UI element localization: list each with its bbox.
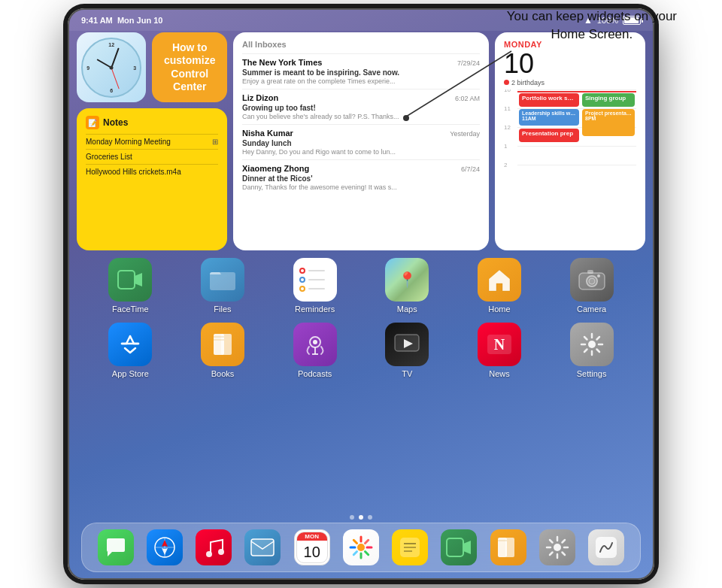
status-time: 9:41 AM Mon Jun 10	[81, 16, 162, 25]
svg-line-39	[353, 552, 356, 555]
app-home[interactable]: Home	[469, 258, 529, 314]
notes-item-1[interactable]: Monday Morning Meeting ⊞	[86, 134, 218, 149]
battery-percent: 100%	[597, 16, 618, 25]
notes-item-2[interactable]: Groceries List	[86, 149, 218, 164]
app-podcasts-label: Podcasts	[298, 369, 332, 378]
app-reminders-icon	[293, 258, 337, 302]
cal-event-2[interactable]: Singing group	[582, 93, 635, 107]
app-files[interactable]: Files	[193, 258, 253, 314]
app-files-icon	[201, 258, 244, 302]
dock-notes[interactable]	[392, 529, 428, 565]
notes-item-text-2: Groceries List	[86, 153, 132, 161]
widgets-area: 12 3 6 9 How to customize Control Center	[77, 32, 645, 250]
mail-item-3[interactable]: Nisha Kumar Yesterday Sunday lunch Hey D…	[242, 124, 480, 159]
app-appstore-label: App Store	[112, 369, 149, 378]
dock-settings-dock[interactable]	[539, 529, 575, 565]
battery-icon	[623, 16, 641, 25]
cal-date-number: 10	[504, 50, 636, 77]
clock-center-dot	[110, 65, 114, 69]
app-files-label: Files	[214, 305, 231, 314]
dock-safari[interactable]	[147, 529, 183, 565]
svg-rect-44	[447, 538, 463, 556]
notes-item-text-1: Monday Morning Meeting	[86, 138, 171, 146]
dock-music[interactable]	[196, 529, 232, 565]
mail-preview-4: Danny, Thanks for the awesome evening! I…	[242, 183, 480, 191]
app-settings-label: Settings	[577, 369, 607, 378]
dock-freeform[interactable]	[588, 529, 624, 565]
svg-point-15	[313, 340, 317, 344]
app-books-label: Books	[211, 369, 235, 378]
calendar-widget[interactable]: MONDAY 10 2 birthdays 10 11 12 1 2	[495, 32, 645, 250]
app-facetime[interactable]: FaceTime	[100, 258, 160, 314]
mail-sender-3: Nisha Kumar	[242, 129, 293, 138]
dock-photos[interactable]	[343, 529, 379, 565]
page-dot-3[interactable]	[368, 515, 372, 520]
customize-widget-text: How to customize Control Center	[159, 41, 220, 94]
dock-facetime-dock[interactable]	[441, 529, 477, 565]
notes-icon: 📝	[86, 116, 99, 129]
clock-face: 12 3 6 9	[81, 38, 141, 98]
dock: MON 10	[81, 523, 641, 572]
app-reminders-label: Reminders	[295, 305, 335, 314]
app-podcasts[interactable]: Podcasts	[285, 323, 345, 378]
mail-sender-2: Liz Dizon	[242, 93, 278, 102]
cal-event-3[interactable]: Leadership skills wo...11AM	[519, 109, 579, 126]
svg-line-37	[365, 552, 368, 555]
mail-item-4[interactable]: Xiaomeng Zhong 6/7/24 Dinner at the Rico…	[242, 159, 480, 195]
app-appstore[interactable]: App Store	[100, 323, 160, 378]
svg-rect-30	[251, 539, 274, 556]
notes-header: 📝 Notes	[86, 116, 218, 129]
dock-books-dock[interactable]	[490, 529, 526, 565]
cal-event-1[interactable]: Portfolio work session	[519, 93, 579, 107]
dock-mail[interactable]	[244, 529, 281, 565]
app-maps-icon: 📍	[385, 258, 429, 302]
clock-num-3: 3	[133, 65, 136, 70]
maps-pin: 📍	[398, 271, 417, 289]
clock-num-6: 6	[110, 88, 113, 93]
cal-event-4[interactable]: Project presentations8PM	[582, 109, 635, 136]
notes-item-3[interactable]: Hollywood Hills crickets.m4a	[86, 164, 218, 179]
dock-calendar[interactable]: MON 10	[294, 529, 330, 565]
mail-date-1: 7/29/24	[457, 59, 480, 67]
cal-birthdays: 2 birthdays	[504, 79, 636, 86]
mail-date-4: 6/7/24	[461, 165, 480, 173]
mail-preview-3: Hey Danny, Do you and Rigo want to come …	[242, 148, 480, 156]
clock-hand-min	[111, 47, 120, 68]
mail-sender-1: The New York Times	[242, 58, 322, 67]
app-books[interactable]: Books	[193, 323, 253, 378]
mail-item-1[interactable]: The New York Times 7/29/24 Summer is mea…	[242, 53, 480, 89]
mail-sender-4: Xiaomeng Zhong	[242, 164, 309, 173]
svg-marker-3	[135, 273, 142, 286]
app-row-2: App Store Books	[84, 323, 638, 378]
app-news-label: News	[489, 369, 510, 378]
svg-point-28	[206, 551, 212, 557]
svg-marker-27	[162, 548, 168, 555]
app-camera[interactable]: Camera	[562, 258, 622, 314]
app-news[interactable]: N News	[469, 323, 529, 378]
clock-hand-sec	[111, 67, 120, 89]
svg-marker-26	[162, 540, 168, 547]
mail-item-2[interactable]: Liz Dizon 6:02 AM Growing up too fast! C…	[242, 89, 480, 124]
device-frame: You can keep widgets on yourHome Screen.…	[0, 0, 722, 588]
clock-widget[interactable]: 12 3 6 9	[77, 32, 146, 102]
mail-header: All Inboxes	[242, 40, 480, 49]
status-right: ▲ 100%	[584, 15, 641, 26]
app-home-icon	[478, 258, 521, 302]
app-reminders[interactable]: Reminders	[285, 258, 345, 314]
svg-text:N: N	[494, 336, 505, 353]
notes-widget[interactable]: 📝 Notes Monday Morning Meeting ⊞ Groceri…	[77, 108, 227, 250]
app-row-1: FaceTime Files	[84, 258, 638, 314]
mail-widget[interactable]: All Inboxes The New York Times 7/29/24 S…	[233, 32, 489, 250]
svg-line-36	[353, 540, 356, 543]
app-tv[interactable]: TV	[377, 323, 437, 378]
app-settings[interactable]: Settings	[562, 323, 622, 378]
app-podcasts-icon	[293, 323, 337, 366]
mail-subject-4: Dinner at the Ricos'	[242, 174, 480, 183]
dock-messages[interactable]	[98, 529, 134, 565]
cal-event-5[interactable]: Presentation prep	[519, 129, 579, 142]
app-facetime-icon	[108, 258, 152, 302]
app-maps[interactable]: 📍 Maps	[377, 258, 437, 314]
customize-widget[interactable]: How to customize Control Center	[152, 32, 227, 102]
page-dot-1[interactable]	[350, 515, 354, 520]
page-dot-2[interactable]	[359, 515, 363, 520]
